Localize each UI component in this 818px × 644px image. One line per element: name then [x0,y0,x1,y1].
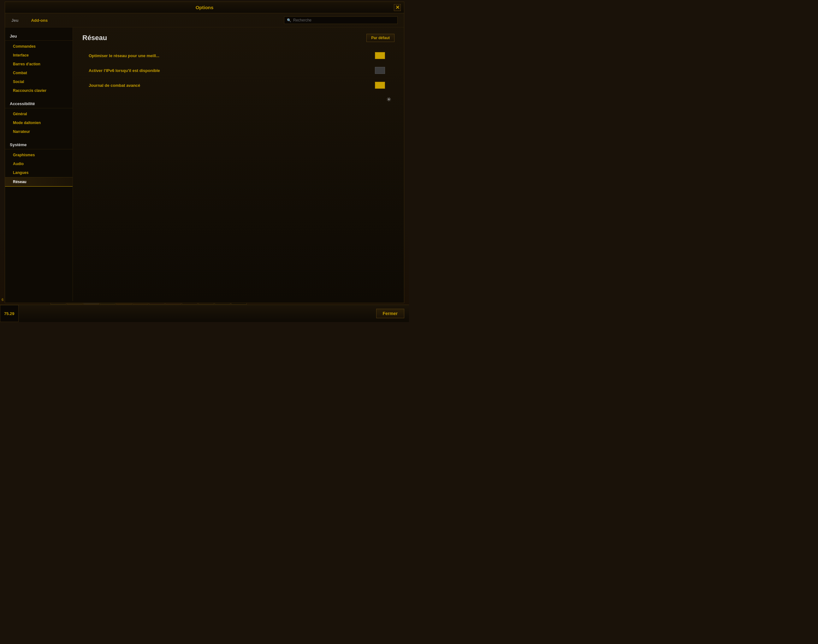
sidebar: Jeu Commandes Interface Barres d'action … [5,28,73,301]
content-area: Jeu Commandes Interface Barres d'action … [5,28,404,301]
toggle-combat-log[interactable] [375,82,385,89]
top-nav: Jeu Add-ons 🔍 [5,13,404,28]
setting-row-ipv6: Activer l'IPv6 lorsqu'il est disponible [83,63,394,78]
setting-label-ipv6: Activer l'IPv6 lorsqu'il est disponible [83,68,375,73]
sidebar-item-graphismes[interactable]: Graphismes [5,150,73,159]
dialog-title: Options [196,5,214,10]
sidebar-item-social[interactable]: Social [5,77,73,86]
title-bar: Options ✕ [5,2,404,13]
toggle-optimize-network[interactable] [375,52,385,59]
search-container: 🔍 [284,17,398,24]
main-panel: Réseau Par défaut Optimiser le réseau po… [73,28,404,301]
loading-cursor-icon: ✳ [385,95,393,104]
cursor-area: ✳ [83,93,394,106]
player-level: 75.29 [0,305,18,322]
setting-label-optimize-network: Optimiser le réseau pour une meill... [83,53,375,58]
sidebar-item-interface[interactable]: Interface [5,51,73,60]
tab-jeu[interactable]: Jeu [11,18,18,23]
sidebar-item-commandes[interactable]: Commandes [5,42,73,51]
panel-header: Réseau Par défaut [83,34,394,42]
fermer-button[interactable]: Fermer [376,309,404,318]
close-button[interactable]: ✕ [394,4,401,11]
setting-label-combat-log: Journal de combat avancé [83,83,375,88]
sidebar-item-daltonien[interactable]: Mode daltonien [5,118,73,127]
sidebar-section-systeme-header: Système [5,139,73,149]
sidebar-item-general[interactable]: Général [5,110,73,118]
sidebar-section-accessibilite-header: Accessibilité [5,98,73,108]
toggle-ipv6[interactable] [375,67,385,74]
setting-row-optimize-network: Optimiser le réseau pour une meill... [83,48,394,63]
search-input[interactable] [293,18,395,22]
default-button[interactable]: Par défaut [366,34,394,42]
sidebar-item-audio[interactable]: Audio [5,159,73,168]
sidebar-item-reseau[interactable]: Réseau [5,177,73,187]
panel-title: Réseau [83,34,107,42]
sidebar-section-jeu-header: Jeu [5,31,73,41]
sidebar-item-raccourcis[interactable]: Raccourcis clavier [5,86,73,95]
setting-row-combat-log: Journal de combat avancé [83,78,394,93]
sidebar-item-langues[interactable]: Langues [5,168,73,177]
sidebar-item-narrateur[interactable]: Narrateur [5,127,73,136]
tab-addons[interactable]: Add-ons [31,18,47,23]
options-dialog: Options ✕ Jeu Add-ons 🔍 Jeu Commandes In… [5,2,404,303]
search-icon: 🔍 [287,18,291,22]
bottom-bar: 75.29 Fermer [0,305,409,322]
sidebar-item-combat[interactable]: Combat [5,69,73,77]
sidebar-item-barres-action[interactable]: Barres d'action [5,60,73,69]
